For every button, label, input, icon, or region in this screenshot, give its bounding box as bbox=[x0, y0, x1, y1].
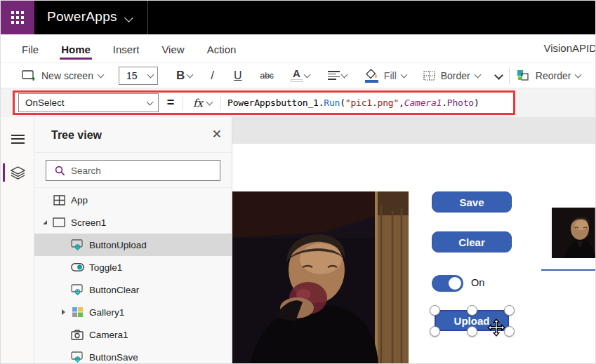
caret-expanded-icon[interactable] bbox=[40, 220, 50, 224]
tree-item-app[interactable]: App bbox=[34, 189, 232, 211]
menu-item-file[interactable]: File bbox=[20, 38, 40, 60]
tree-item-camera1[interactable]: Camera1 bbox=[34, 323, 232, 346]
border-button[interactable]: Border bbox=[423, 70, 480, 81]
formula-input[interactable]: PowerAppsbutton_1.Run("pic1.png",Camera1… bbox=[221, 97, 479, 108]
property-selector-dropdown[interactable]: OnSelect bbox=[18, 93, 159, 112]
chevron-down-icon bbox=[97, 71, 104, 78]
selection-handle-bottom-left[interactable] bbox=[430, 326, 440, 337]
toggle-control[interactable] bbox=[432, 275, 463, 292]
clear-button[interactable]: Clear bbox=[432, 231, 512, 252]
gallery-thumbnail-image[interactable] bbox=[552, 208, 596, 258]
tree-item-buttonsave[interactable]: ButtonSave bbox=[34, 346, 232, 364]
close-icon[interactable]: ✕ bbox=[212, 127, 222, 142]
button-icon bbox=[70, 351, 84, 363]
tree-item-label: Gallery1 bbox=[89, 307, 124, 318]
topbar-divider bbox=[147, 1, 148, 34]
chevron-down-icon bbox=[474, 71, 481, 78]
tree-item-buttonclear[interactable]: ButtonClear bbox=[34, 278, 232, 301]
new-screen-button[interactable]: New screen bbox=[22, 70, 103, 81]
font-size-dropdown[interactable]: 15 bbox=[119, 67, 158, 85]
search-input[interactable] bbox=[71, 166, 197, 176]
ribbon-toolbar: New screen 15 B / U abc A bbox=[1, 62, 596, 88]
selection-handle-top-center[interactable] bbox=[467, 305, 477, 316]
tree-item-label: Camera1 bbox=[89, 330, 128, 340]
italic-label: / bbox=[211, 69, 214, 83]
toolbar-divider bbox=[509, 67, 510, 84]
chevron-down-icon bbox=[303, 71, 310, 78]
italic-button[interactable]: / bbox=[211, 69, 214, 83]
gallery-icon bbox=[70, 306, 84, 318]
font-color-button[interactable]: A bbox=[291, 69, 310, 82]
tree-item-gallery1[interactable]: Gallery1 bbox=[34, 301, 232, 323]
formula-token: "pic1.png" bbox=[345, 97, 399, 108]
selection-handle-top-left[interactable] bbox=[430, 305, 440, 316]
save-button-label: Save bbox=[459, 196, 484, 208]
text-align-icon bbox=[328, 69, 340, 81]
toggle-label: On bbox=[471, 277, 484, 288]
tree-view-title: Tree view bbox=[51, 129, 102, 142]
menu-item-action[interactable]: Action bbox=[206, 38, 238, 60]
ribbon-expand-button[interactable] bbox=[496, 72, 502, 79]
formula-token: . bbox=[442, 97, 447, 108]
tree-item-label: App bbox=[71, 195, 88, 205]
chevron-down-icon bbox=[187, 71, 194, 78]
text-align-button[interactable] bbox=[328, 69, 347, 81]
tree-item-toggle1[interactable]: Toggle1 bbox=[34, 256, 232, 278]
border-icon bbox=[423, 71, 435, 81]
design-canvas[interactable]: Save Clear On Upload bbox=[232, 117, 596, 364]
new-screen-icon bbox=[22, 70, 36, 81]
menu-item-home[interactable]: Home bbox=[60, 38, 92, 60]
camera-preview-image[interactable] bbox=[232, 191, 409, 364]
selection-handle-bottom-center[interactable] bbox=[467, 326, 477, 337]
equals-sign: = bbox=[159, 95, 183, 110]
app-title: PowerApps bbox=[47, 9, 117, 25]
clear-button-label: Clear bbox=[458, 236, 485, 248]
reorder-label: Reorder bbox=[536, 70, 571, 81]
tree-view-rail-button[interactable] bbox=[1, 161, 34, 184]
caret-collapsed-icon[interactable] bbox=[58, 309, 68, 315]
font-color-icon: A bbox=[291, 69, 303, 82]
waffle-menu-button[interactable] bbox=[1, 1, 34, 34]
screen-icon bbox=[52, 217, 66, 227]
app-switcher-chevron-icon[interactable] bbox=[124, 13, 133, 22]
left-navigation-rail bbox=[1, 117, 34, 364]
chevron-down-icon bbox=[147, 71, 154, 78]
tree-item-screen1[interactable]: Screen1 bbox=[34, 211, 232, 234]
fill-bucket-icon bbox=[365, 69, 379, 83]
underline-label: U bbox=[234, 69, 242, 82]
gallery-separator-line bbox=[541, 269, 596, 271]
hamburger-menu-icon[interactable] bbox=[11, 132, 25, 146]
new-screen-label: New screen bbox=[41, 70, 93, 81]
app-name-label: VisionAPID bbox=[543, 42, 596, 54]
chevron-down-icon bbox=[494, 71, 503, 80]
search-field[interactable] bbox=[46, 160, 220, 181]
fx-function-button[interactable]: fx bbox=[183, 97, 220, 109]
formula-token: Run bbox=[324, 97, 340, 108]
selection-handle-top-right[interactable] bbox=[504, 305, 515, 316]
bold-button[interactable]: B bbox=[176, 69, 192, 83]
reorder-button[interactable]: Reorder bbox=[517, 69, 581, 81]
menu-item-insert[interactable]: Insert bbox=[112, 38, 141, 60]
formula-token: Camera1 bbox=[404, 97, 442, 108]
active-rail-indicator bbox=[3, 163, 5, 182]
property-name: OnSelect bbox=[25, 97, 65, 108]
strikethrough-button[interactable]: abc bbox=[260, 71, 274, 81]
underline-button[interactable]: U bbox=[234, 69, 242, 82]
bold-label: B bbox=[176, 69, 185, 83]
layers-icon bbox=[11, 166, 25, 180]
reorder-icon bbox=[517, 69, 530, 81]
formula-bar-annotation-highlight: OnSelect = fx PowerAppsbutton_1.Run("pic… bbox=[13, 90, 515, 115]
save-button[interactable]: Save bbox=[432, 191, 512, 213]
formula-token: Photo bbox=[447, 97, 474, 108]
tree-item-buttonupload[interactable]: ButtonUpload bbox=[34, 234, 232, 256]
upload-button-label: Upload bbox=[454, 315, 490, 327]
fill-button[interactable]: Fill bbox=[365, 69, 406, 83]
tree-view-header: Tree view ✕ bbox=[34, 117, 232, 153]
fx-icon: fx bbox=[193, 97, 203, 109]
tree-item-label: ButtonSave bbox=[89, 352, 138, 363]
menu-item-view[interactable]: View bbox=[160, 38, 185, 60]
chevron-down-icon bbox=[575, 71, 582, 78]
tree-item-label: Toggle1 bbox=[89, 262, 122, 273]
border-label: Border bbox=[441, 70, 470, 81]
selection-handle-bottom-right[interactable] bbox=[504, 326, 515, 337]
